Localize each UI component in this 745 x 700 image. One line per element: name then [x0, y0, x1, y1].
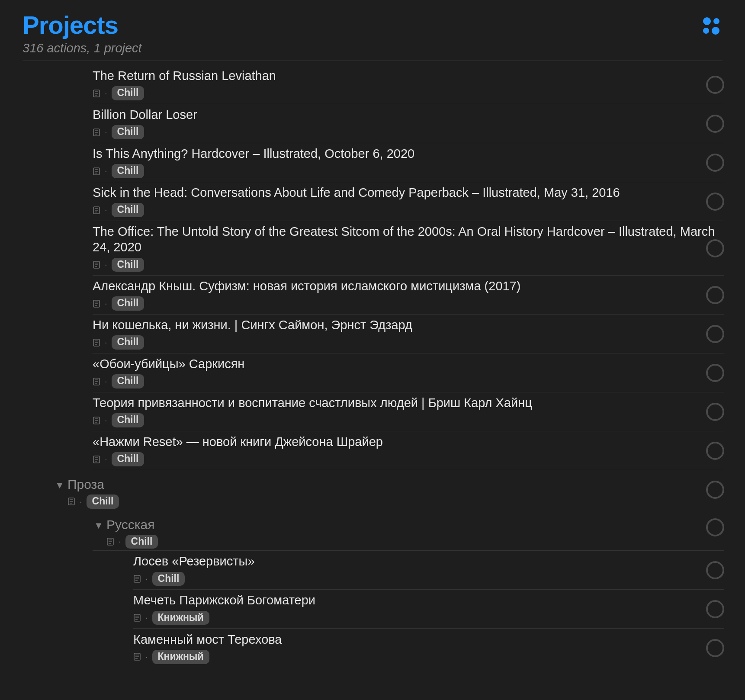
group-title: Проза: [67, 477, 104, 492]
tag-chill[interactable]: Chill: [112, 452, 145, 466]
meta-separator: ·: [105, 299, 107, 308]
meta-separator: ·: [105, 127, 107, 137]
status-circle[interactable]: [706, 76, 724, 94]
task-title: Billion Dollar Loser: [93, 107, 716, 122]
task-row[interactable]: «Нажми Reset» — новой книги Джейсона Шра…: [93, 431, 724, 470]
task-title: Мечеть Парижской Богоматери: [133, 592, 716, 608]
task-row[interactable]: The Office: The Untold Story of the Grea…: [93, 221, 724, 276]
task-title: Теория привязанности и воспитание счастл…: [93, 395, 716, 411]
task-row[interactable]: Sick in the Head: Conversations About Li…: [93, 182, 724, 221]
status-circle[interactable]: [706, 364, 724, 382]
note-icon: [133, 652, 141, 661]
status-circle[interactable]: [706, 481, 724, 499]
group-title: Русская: [106, 517, 154, 532]
tag-chill[interactable]: Chill: [112, 296, 145, 311]
disclosure-triangle-icon[interactable]: ▼: [54, 480, 66, 491]
meta-separator: ·: [80, 497, 82, 507]
task-title: The Return of Russian Leviathan: [93, 68, 716, 83]
task-title: The Office: The Untold Story of the Grea…: [93, 224, 716, 255]
note-icon: [93, 167, 100, 176]
task-title: Александр Кныш. Суфизм: новая история ис…: [93, 278, 716, 294]
tag-chill[interactable]: Chill: [152, 572, 185, 586]
note-icon: [93, 206, 100, 215]
status-circle[interactable]: [706, 154, 724, 172]
status-circle[interactable]: [706, 239, 724, 257]
status-circle[interactable]: [706, 115, 724, 133]
task-row[interactable]: Is This Anything? Hardcover – Illustrate…: [93, 143, 724, 182]
task-row[interactable]: The Return of Russian Leviathan · Chill: [93, 65, 724, 104]
meta-separator: ·: [145, 652, 148, 662]
task-title: Is This Anything? Hardcover – Illustrate…: [93, 146, 716, 161]
note-icon: [93, 377, 100, 386]
note-icon: [133, 613, 141, 622]
task-row[interactable]: «Обои-убийцы» Саркисян · Chill: [93, 353, 724, 392]
group-russkaya[interactable]: ▼ Русская · Chill: [93, 511, 724, 551]
meta-separator: ·: [105, 260, 107, 270]
page-subtitle: 316 actions, 1 project: [22, 41, 723, 55]
task-row[interactable]: Теория привязанности и воспитание счастл…: [93, 392, 724, 431]
note-icon: [93, 338, 100, 347]
task-title: Ни кошелька, ни жизни. | Сингх Саймон, Э…: [93, 317, 716, 333]
tag-chill[interactable]: Chill: [112, 164, 145, 178]
tag-chill[interactable]: Chill: [87, 494, 119, 509]
task-row[interactable]: Мечеть Парижской Богоматери · Книжный: [133, 590, 724, 629]
tag-chill[interactable]: Chill: [112, 203, 145, 217]
status-circle[interactable]: [706, 325, 724, 343]
meta-separator: ·: [105, 376, 107, 386]
task-row[interactable]: Лосев «Резервисты» · Chill: [133, 551, 724, 590]
note-icon: [93, 260, 100, 269]
meta-separator: ·: [145, 574, 148, 584]
tag-chill[interactable]: Chill: [112, 335, 145, 350]
status-circle[interactable]: [706, 286, 724, 304]
tag-chill[interactable]: Chill: [112, 413, 145, 427]
status-circle[interactable]: [706, 442, 724, 460]
task-row[interactable]: Ни кошелька, ни жизни. | Сингх Саймон, Э…: [93, 315, 724, 353]
note-icon: [93, 455, 100, 464]
meta-separator: ·: [105, 166, 107, 176]
task-title: «Нажми Reset» — новой книги Джейсона Шра…: [93, 434, 716, 450]
task-title: Sick in the Head: Conversations About Li…: [93, 185, 716, 200]
status-circle[interactable]: [706, 518, 724, 536]
meta-separator: ·: [105, 454, 107, 464]
task-row[interactable]: Александр Кныш. Суфизм: новая история ис…: [93, 276, 724, 315]
task-row[interactable]: Billion Dollar Loser · Chill: [93, 104, 724, 143]
meta-separator: ·: [105, 205, 107, 215]
page-title: Projects: [22, 10, 723, 39]
status-circle[interactable]: [706, 600, 724, 618]
tag-chill[interactable]: Chill: [112, 258, 145, 272]
header: Projects 316 actions, 1 project: [0, 0, 745, 65]
task-title: «Обои-убийцы» Саркисян: [93, 356, 716, 372]
task-title: Лосев «Резервисты»: [133, 553, 716, 569]
status-circle[interactable]: [706, 639, 724, 657]
status-circle[interactable]: [706, 403, 724, 421]
note-icon: [93, 128, 100, 137]
note-icon: [67, 497, 75, 506]
note-icon: [93, 299, 100, 308]
note-icon: [93, 89, 100, 98]
view-options-icon[interactable]: [701, 16, 722, 36]
meta-separator: ·: [105, 88, 107, 98]
tag-chill[interactable]: Chill: [112, 125, 145, 139]
tag-knizhny[interactable]: Книжный: [152, 611, 209, 625]
status-circle[interactable]: [706, 561, 724, 579]
task-list: The Return of Russian Leviathan · Chill …: [0, 65, 745, 668]
meta-separator: ·: [145, 613, 148, 623]
task-row[interactable]: Каменный мост Терехова · Книжный: [133, 629, 724, 668]
task-title: Каменный мост Терехова: [133, 632, 716, 647]
status-circle[interactable]: [706, 193, 724, 211]
meta-separator: ·: [119, 536, 121, 546]
meta-separator: ·: [105, 337, 107, 347]
note-icon: [106, 537, 114, 546]
tag-chill[interactable]: Chill: [112, 86, 145, 100]
note-icon: [133, 575, 141, 583]
meta-separator: ·: [105, 415, 107, 425]
group-proza[interactable]: ▼ Проза · Chill: [54, 470, 724, 511]
tag-chill[interactable]: Chill: [125, 535, 158, 549]
tag-chill[interactable]: Chill: [112, 374, 145, 389]
note-icon: [93, 416, 100, 425]
header-divider: [22, 61, 723, 61]
disclosure-triangle-icon[interactable]: ▼: [93, 520, 105, 531]
tag-knizhny[interactable]: Книжный: [152, 650, 209, 664]
